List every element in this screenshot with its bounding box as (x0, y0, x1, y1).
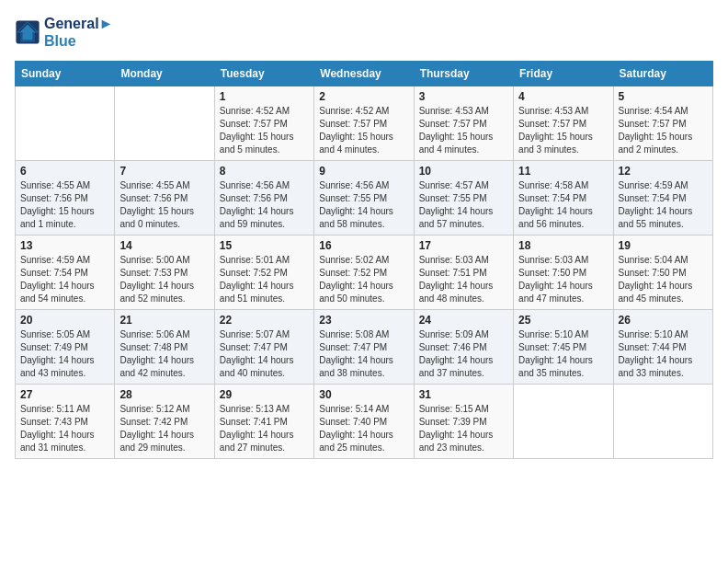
day-number: 13 (20, 239, 109, 252)
logo-icon (15, 19, 40, 45)
calendar-cell: 19Sunrise: 5:04 AM Sunset: 7:50 PM Dayli… (613, 236, 712, 310)
day-number: 6 (20, 165, 109, 178)
day-info: Sunrise: 4:59 AM Sunset: 7:54 PM Dayligh… (20, 254, 109, 305)
day-info: Sunrise: 5:04 AM Sunset: 7:50 PM Dayligh… (619, 254, 708, 305)
calendar-cell: 10Sunrise: 4:57 AM Sunset: 7:55 PM Dayli… (414, 161, 513, 236)
day-number: 18 (518, 239, 608, 252)
day-number: 26 (619, 314, 708, 327)
calendar-cell: 8Sunrise: 4:56 AM Sunset: 7:56 PM Daylig… (214, 161, 313, 236)
day-info: Sunrise: 5:08 AM Sunset: 7:47 PM Dayligh… (319, 328, 408, 380)
calendar-cell: 29Sunrise: 5:13 AM Sunset: 7:41 PM Dayli… (214, 385, 313, 459)
calendar-cell: 15Sunrise: 5:01 AM Sunset: 7:52 PM Dayli… (214, 236, 313, 310)
calendar-cell: 1Sunrise: 4:52 AM Sunset: 7:57 PM Daylig… (214, 86, 313, 161)
day-header-wednesday: Wednesday (314, 62, 414, 86)
page-header: General► Blue (15, 15, 713, 50)
day-info: Sunrise: 4:58 AM Sunset: 7:54 PM Dayligh… (518, 179, 608, 231)
calendar-cell: 12Sunrise: 4:59 AM Sunset: 7:54 PM Dayli… (613, 161, 712, 236)
day-number: 9 (319, 165, 408, 178)
day-info: Sunrise: 4:56 AM Sunset: 7:56 PM Dayligh… (220, 179, 309, 231)
calendar-table: SundayMondayTuesdayWednesdayThursdayFrid… (15, 61, 713, 459)
day-number: 5 (619, 90, 708, 103)
day-number: 1 (220, 90, 309, 103)
calendar-cell: 14Sunrise: 5:00 AM Sunset: 7:53 PM Dayli… (115, 236, 214, 310)
day-info: Sunrise: 4:59 AM Sunset: 7:54 PM Dayligh… (619, 179, 708, 231)
day-number: 12 (619, 165, 708, 178)
day-number: 4 (518, 90, 608, 103)
calendar-cell: 3Sunrise: 4:53 AM Sunset: 7:57 PM Daylig… (414, 86, 513, 161)
calendar-cell: 25Sunrise: 5:10 AM Sunset: 7:45 PM Dayli… (514, 310, 613, 385)
calendar-cell: 30Sunrise: 5:14 AM Sunset: 7:40 PM Dayli… (314, 385, 414, 459)
day-info: Sunrise: 4:52 AM Sunset: 7:57 PM Dayligh… (220, 105, 309, 156)
day-header-friday: Friday (514, 62, 613, 86)
calendar-cell: 22Sunrise: 5:07 AM Sunset: 7:47 PM Dayli… (214, 310, 313, 385)
calendar-cell: 4Sunrise: 4:53 AM Sunset: 7:57 PM Daylig… (514, 86, 613, 161)
day-number: 21 (119, 314, 209, 327)
day-number: 28 (119, 388, 209, 401)
day-header-saturday: Saturday (613, 62, 712, 86)
calendar-week-1: 1Sunrise: 4:52 AM Sunset: 7:57 PM Daylig… (16, 86, 713, 161)
calendar-cell: 5Sunrise: 4:54 AM Sunset: 7:57 PM Daylig… (613, 86, 712, 161)
day-number: 11 (518, 165, 608, 178)
day-info: Sunrise: 4:53 AM Sunset: 7:57 PM Dayligh… (419, 105, 508, 156)
day-info: Sunrise: 5:00 AM Sunset: 7:53 PM Dayligh… (119, 254, 209, 305)
calendar-cell: 27Sunrise: 5:11 AM Sunset: 7:43 PM Dayli… (16, 385, 115, 459)
day-number: 22 (220, 314, 309, 327)
day-info: Sunrise: 5:05 AM Sunset: 7:49 PM Dayligh… (20, 328, 109, 380)
calendar-week-5: 27Sunrise: 5:11 AM Sunset: 7:43 PM Dayli… (16, 385, 713, 459)
day-number: 23 (319, 314, 408, 327)
day-number: 27 (20, 388, 109, 401)
day-number: 15 (220, 239, 309, 252)
calendar-cell (514, 385, 613, 459)
day-number: 17 (419, 239, 508, 252)
day-header-sunday: Sunday (16, 62, 115, 86)
day-info: Sunrise: 5:10 AM Sunset: 7:45 PM Dayligh… (518, 328, 608, 380)
day-number: 29 (220, 388, 309, 401)
calendar-cell: 13Sunrise: 4:59 AM Sunset: 7:54 PM Dayli… (16, 236, 115, 310)
calendar-cell: 31Sunrise: 5:15 AM Sunset: 7:39 PM Dayli… (414, 385, 513, 459)
day-number: 16 (319, 239, 408, 252)
day-info: Sunrise: 4:55 AM Sunset: 7:56 PM Dayligh… (119, 179, 209, 231)
day-info: Sunrise: 5:03 AM Sunset: 7:50 PM Dayligh… (518, 254, 608, 305)
day-info: Sunrise: 5:01 AM Sunset: 7:52 PM Dayligh… (220, 254, 309, 305)
day-info: Sunrise: 5:07 AM Sunset: 7:47 PM Dayligh… (220, 328, 309, 380)
day-number: 8 (220, 165, 309, 178)
calendar-cell: 9Sunrise: 4:56 AM Sunset: 7:55 PM Daylig… (314, 161, 414, 236)
day-info: Sunrise: 5:11 AM Sunset: 7:43 PM Dayligh… (20, 403, 109, 454)
day-number: 3 (419, 90, 508, 103)
day-info: Sunrise: 5:09 AM Sunset: 7:46 PM Dayligh… (419, 328, 508, 380)
day-info: Sunrise: 4:54 AM Sunset: 7:57 PM Dayligh… (619, 105, 708, 156)
calendar-week-2: 6Sunrise: 4:55 AM Sunset: 7:56 PM Daylig… (16, 161, 713, 236)
calendar-cell: 24Sunrise: 5:09 AM Sunset: 7:46 PM Dayli… (414, 310, 513, 385)
logo-text: General► Blue (44, 15, 113, 50)
day-info: Sunrise: 4:52 AM Sunset: 7:57 PM Dayligh… (319, 105, 408, 156)
day-number: 10 (419, 165, 508, 178)
day-number: 19 (619, 239, 708, 252)
calendar-cell: 23Sunrise: 5:08 AM Sunset: 7:47 PM Dayli… (314, 310, 414, 385)
day-number: 24 (419, 314, 508, 327)
calendar-cell: 11Sunrise: 4:58 AM Sunset: 7:54 PM Dayli… (514, 161, 613, 236)
day-info: Sunrise: 4:55 AM Sunset: 7:56 PM Dayligh… (20, 179, 109, 231)
day-number: 14 (119, 239, 209, 252)
day-info: Sunrise: 5:02 AM Sunset: 7:52 PM Dayligh… (319, 254, 408, 305)
day-info: Sunrise: 5:03 AM Sunset: 7:51 PM Dayligh… (419, 254, 508, 305)
calendar-cell: 28Sunrise: 5:12 AM Sunset: 7:42 PM Dayli… (115, 385, 214, 459)
calendar-cell (16, 86, 115, 161)
day-info: Sunrise: 5:13 AM Sunset: 7:41 PM Dayligh… (220, 403, 309, 454)
calendar-cell: 26Sunrise: 5:10 AM Sunset: 7:44 PM Dayli… (613, 310, 712, 385)
day-info: Sunrise: 5:06 AM Sunset: 7:48 PM Dayligh… (119, 328, 209, 380)
calendar-cell: 21Sunrise: 5:06 AM Sunset: 7:48 PM Dayli… (115, 310, 214, 385)
day-number: 7 (119, 165, 209, 178)
calendar-cell: 2Sunrise: 4:52 AM Sunset: 7:57 PM Daylig… (314, 86, 414, 161)
day-header-monday: Monday (115, 62, 214, 86)
day-number: 20 (20, 314, 109, 327)
calendar-cell: 7Sunrise: 4:55 AM Sunset: 7:56 PM Daylig… (115, 161, 214, 236)
day-header-thursday: Thursday (414, 62, 513, 86)
day-info: Sunrise: 4:53 AM Sunset: 7:57 PM Dayligh… (518, 105, 608, 156)
calendar-cell (115, 86, 214, 161)
day-info: Sunrise: 5:15 AM Sunset: 7:39 PM Dayligh… (419, 403, 508, 454)
day-info: Sunrise: 5:10 AM Sunset: 7:44 PM Dayligh… (619, 328, 708, 380)
calendar-cell: 16Sunrise: 5:02 AM Sunset: 7:52 PM Dayli… (314, 236, 414, 310)
calendar-week-3: 13Sunrise: 4:59 AM Sunset: 7:54 PM Dayli… (16, 236, 713, 310)
day-info: Sunrise: 5:12 AM Sunset: 7:42 PM Dayligh… (119, 403, 209, 454)
day-info: Sunrise: 5:14 AM Sunset: 7:40 PM Dayligh… (319, 403, 408, 454)
